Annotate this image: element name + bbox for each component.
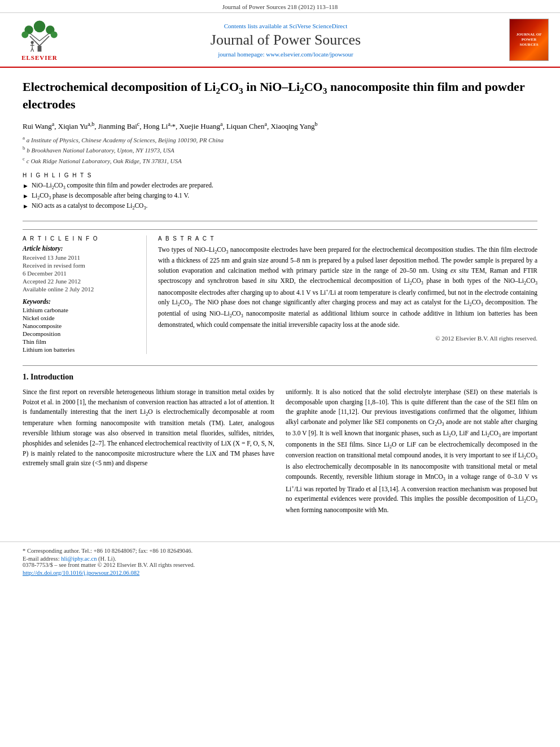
intro-heading: Introduction <box>30 373 73 381</box>
authors-line: Rui Wanga, Xiqian Yua,b, Jianming Baic, … <box>23 121 537 131</box>
abstract-section: A B S T R A C T Two types of NiO–Li2CO3 … <box>158 235 537 342</box>
footnote-email: E-mail address: hli@iphy.ac.cn (H. Li). <box>23 556 537 562</box>
keyword-4: Decomposition <box>23 330 138 337</box>
svg-line-1 <box>30 36 40 46</box>
highlight-arrow-3: ► <box>23 203 29 209</box>
svg-line-13 <box>31 48 33 51</box>
footnote-corresponding: * Corresponding author. Tel.: +86 10 826… <box>23 548 537 554</box>
affiliation-b: b b Brookhaven National Laboratory, Upto… <box>23 145 537 155</box>
keywords-label: Keywords: <box>23 298 138 305</box>
abstract-text: Two types of NiO–Li2CO3 nanocomposite el… <box>158 245 537 330</box>
highlight-text-2: Li2CO3 phase is decomposable after being… <box>32 192 189 200</box>
article-title: Electrochemical decomposition of Li2CO3 … <box>23 79 537 113</box>
svg-point-5 <box>34 20 46 32</box>
sciverse-line: Contents lists available at SciVerse Sci… <box>68 23 504 29</box>
elsevier-tree-icon <box>20 19 59 53</box>
intro-col-right: uniformly. It is also noticed that the s… <box>286 387 537 519</box>
article-footer: * Corresponding author. Tel.: +86 10 826… <box>0 541 560 582</box>
footer-issn: 0378-7753/$ – see front matter © 2012 El… <box>23 562 537 568</box>
abstract-heading: A B S T R A C T <box>158 235 537 242</box>
intro-number: 1. <box>23 373 29 381</box>
accepted-date: Accepted 22 June 2012 <box>23 278 138 285</box>
keyword-2: Nickel oxide <box>23 314 138 321</box>
svg-point-10 <box>31 41 34 43</box>
article-info-section: A R T I C L E I N F O Article history: R… <box>23 235 138 353</box>
intro-col-left: Since the first report on reversible het… <box>23 387 274 519</box>
intro-para-left: Since the first report on reversible het… <box>23 387 274 469</box>
highlight-arrow-2: ► <box>23 193 29 199</box>
article-info-heading: A R T I C L E I N F O <box>23 235 138 242</box>
highlight-item-3: ► NiO acts as a catalyst to decompose Li… <box>23 202 537 211</box>
article-history-label: Article history: <box>23 245 138 252</box>
journal-ref-text: Journal of Power Sources 218 (2012) 113–… <box>222 3 338 10</box>
article-content: Electrochemical decomposition of Li2CO3 … <box>0 68 560 530</box>
available-date: Available online 2 July 2012 <box>23 286 138 292</box>
corresponding-author-text: * Corresponding author. Tel.: +86 10 826… <box>23 548 193 554</box>
journal-logo-box: JOURNAL OFPOWERSOURCES <box>509 19 549 61</box>
highlight-arrow-1: ► <box>23 182 29 189</box>
highlights-heading: H I G H L I G H T S <box>23 172 537 178</box>
svg-rect-0 <box>38 46 42 51</box>
highlight-text-3: NiO acts as a catalyst to decompose Li2C… <box>32 202 147 211</box>
intro-body-cols: Since the first report on reversible het… <box>23 387 537 519</box>
affiliation-c: c c Oak Ridge National Laboratory, Oak R… <box>23 155 537 165</box>
journal-logo-box-text: JOURNAL OFPOWERSOURCES <box>517 32 542 47</box>
svg-line-2 <box>40 36 49 46</box>
journal-header-center: Contents lists available at SciVerse Sci… <box>68 23 504 58</box>
two-col-info-abstract: A R T I C L E I N F O Article history: R… <box>23 229 537 354</box>
highlights-section: H I G H L I G H T S ► NiO–Li2CO3 composi… <box>23 172 537 221</box>
affiliation-a: a a Institute of Physics, Chinese Academ… <box>23 134 537 145</box>
keyword-5: Thin film <box>23 338 138 345</box>
email-label: E-mail address: <box>23 556 60 562</box>
email-name: (H. Li). <box>98 556 116 562</box>
footer-doi-line: http://dx.doi.org/10.1016/j.jpowsour.201… <box>23 570 537 576</box>
journal-title-header: Journal of Power Sources <box>68 32 504 49</box>
svg-point-8 <box>21 31 28 38</box>
contents-text: Contents lists available at <box>224 23 288 29</box>
svg-line-14 <box>32 48 34 51</box>
svg-point-9 <box>51 31 58 38</box>
issn-text: 0378-7753/$ – see front matter © 2012 El… <box>23 562 195 568</box>
received-date: Received 13 June 2011 <box>23 254 138 261</box>
email-address[interactable]: hli@iphy.ac.cn <box>61 556 97 562</box>
keywords-section: Keywords: Lithium carbonate Nickel oxide… <box>23 298 138 353</box>
journal-ref-bar: Journal of Power Sources 218 (2012) 113–… <box>0 0 560 13</box>
abstract-col: A B S T R A C T Two types of NiO–Li2CO3 … <box>158 235 537 354</box>
keyword-6: Lithium ion batteries <box>23 346 138 353</box>
copyright-line: © 2012 Elsevier B.V. All rights reserved… <box>158 335 537 342</box>
journal-homepage[interactable]: journal homepage: www.elsevier.com/locat… <box>68 51 504 58</box>
revised-date: 6 December 2011 <box>23 270 138 277</box>
highlight-item-2: ► Li2CO3 phase is decomposable after bei… <box>23 192 537 200</box>
journal-header: ELSEVIER Contents lists available at Sci… <box>0 13 560 68</box>
keyword-1: Lithium carbonate <box>23 307 138 313</box>
doi-link[interactable]: http://dx.doi.org/10.1016/j.jpowsour.201… <box>23 570 139 576</box>
journal-logo-right: JOURNAL OFPOWERSOURCES <box>504 19 549 61</box>
article-info-col: A R T I C L E I N F O Article history: R… <box>23 235 147 354</box>
intro-para-right: uniformly. It is also noticed that the s… <box>286 387 537 516</box>
sciverse-link[interactable]: SciVerse ScienceDirect <box>289 23 347 29</box>
page: Journal of Power Sources 218 (2012) 113–… <box>0 0 560 747</box>
highlight-item-1: ► NiO–Li2CO3 composite thin film and pow… <box>23 182 537 190</box>
highlight-text-1: NiO–Li2CO3 composite thin film and powde… <box>32 182 213 190</box>
elsevier-logo: ELSEVIER <box>11 19 68 61</box>
intro-section: 1. Introduction Since the first report o… <box>23 365 537 519</box>
intro-title: 1. Introduction <box>23 373 537 382</box>
keyword-3: Nanocomposite <box>23 322 138 329</box>
revised-label: Received in revised form <box>23 262 138 269</box>
elsevier-text: ELSEVIER <box>21 54 58 61</box>
affiliations: a a Institute of Physics, Chinese Academ… <box>23 134 537 165</box>
